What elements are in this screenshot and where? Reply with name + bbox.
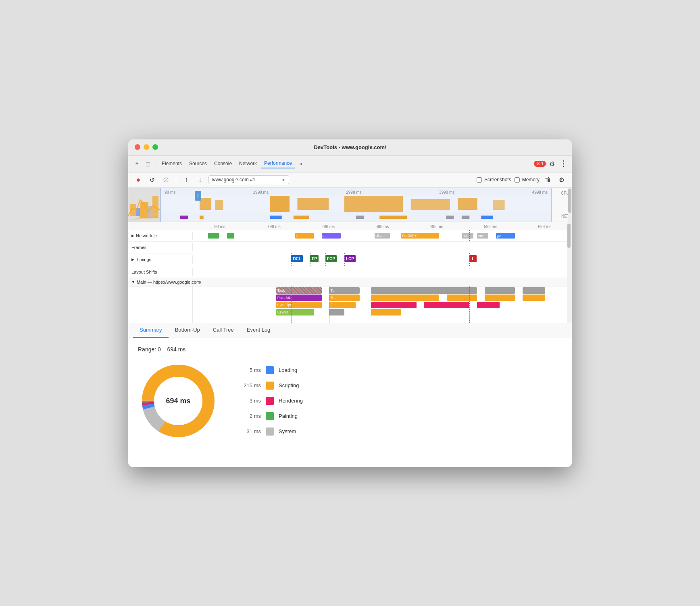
flame-task-2 [371,287,477,294]
flame-render-0 [371,302,417,308]
screenshots-checkbox[interactable] [477,177,482,183]
system-color-swatch [266,428,274,436]
upload-button[interactable]: ↑ [181,174,192,185]
screenshots-label: Screenshots [484,177,511,183]
download-button[interactable]: ↓ [195,174,205,185]
network-expand-icon[interactable]: ▶ [131,234,134,238]
flame-layout-1 [329,309,344,315]
record-button[interactable]: ● [133,174,144,185]
inspect-icon[interactable]: ⬚ [143,158,153,169]
scrollbar-thumb[interactable] [568,189,571,213]
tab-bottom-up[interactable]: Bottom-Up [169,323,206,338]
network-bar-8: ge [496,233,515,239]
delete-recording-button[interactable]: 🗑 [543,174,553,185]
timeline-label-1: 1998 ms [253,190,269,195]
memory-checkbox[interactable] [515,177,520,183]
loading-label: Loading [279,367,297,373]
frames-track-content [193,242,572,253]
network-bar-2: r [295,233,314,239]
pause-marker[interactable]: ‖ [195,191,201,201]
loading-color-swatch [266,366,274,374]
close-button[interactable] [135,144,140,150]
donut-center-label: 694 ms [166,396,190,405]
perf-settings-button[interactable]: ⚙ [556,174,567,185]
network-bar-5: Pe,DhPY... [401,233,439,239]
network-bar-1 [227,233,235,239]
error-count: 1 [541,161,544,166]
error-badge: ✕ 1 [534,161,546,167]
network-label-text: Network |e... [136,233,161,238]
timing-l: L [469,255,477,262]
detail-scrollbar-thumb[interactable] [567,224,571,248]
memory-checkbox-group: Memory [515,177,540,183]
flame-eval-1 [371,295,439,301]
traffic-lights [135,144,158,150]
timeline-scrollbar[interactable] [568,188,572,222]
summary-content: 694 ms 5 ms Loading 215 ms Scripting 3 m… [138,361,562,441]
minimize-button[interactable] [144,144,149,150]
network-track-label[interactable]: ▶ Network |e... [128,232,193,240]
svg-rect-23 [481,216,493,219]
tab-event-log[interactable]: Event Log [240,323,277,338]
frames-track: Frames [128,242,572,253]
timings-track-content: DCL FP FCP LCP L [193,253,572,266]
flame-evalscript-0: Eval...ipt [276,302,322,308]
layout-shifts-content [193,266,572,278]
ruler-tick-1: 198 ms [247,224,301,229]
more-options-icon[interactable]: ⋮ [558,158,569,169]
network-bar-3: d... [322,233,341,239]
tab-performance[interactable]: Performance [261,159,295,168]
tab-network[interactable]: Network [236,159,260,168]
timeline-overview[interactable]: 98 ms 1998 ms 2998 ms 3998 ms 4998 ms [128,188,572,222]
network-bar-7: m= [477,233,488,239]
main-expand-icon[interactable]: ▼ [131,280,135,284]
tab-sources[interactable]: Sources [186,159,210,168]
flame-render-2 [477,302,500,308]
tab-call-tree[interactable]: Call Tree [206,323,240,338]
maximize-button[interactable] [152,144,158,150]
tab-summary[interactable]: Summary [133,323,169,338]
flame-parse-0: Par...ML [276,295,322,301]
painting-label: Painting [279,413,298,419]
url-bar: www.google.com #1 ▼ [208,175,289,184]
svg-rect-8 [215,200,223,210]
rendering-label: Rendering [279,398,303,404]
timing-fcp: FCP [325,255,337,262]
flame-task-1: T... [329,287,359,294]
svg-rect-16 [200,216,204,219]
flame-chart-content: Task T... Par...ML E... Eval...ipt (... [193,286,572,323]
timing-line-0 [291,253,292,266]
tab-console[interactable]: Console [211,159,235,168]
detail-scrollbar[interactable] [567,222,572,323]
reload-record-button[interactable]: ↺ [147,174,157,185]
frames-track-label[interactable]: Frames [128,243,193,251]
layout-shifts-label[interactable]: Layout Shifts [128,268,193,276]
cursor-icon[interactable]: ⌖ [131,158,142,169]
painting-value: 2 ms [243,413,261,419]
flame-blue-line-1 [329,286,329,323]
url-dropdown-icon[interactable]: ▼ [281,178,285,182]
svg-rect-4 [148,206,152,218]
svg-rect-13 [458,198,477,210]
network-track-content: r d... cli... Pe,DhPY... hp m= ge [193,230,572,241]
svg-rect-10 [298,198,329,210]
timings-track-label[interactable]: ▶ Timings [128,255,193,264]
flame-task-4 [523,287,545,294]
layout-shifts-track: Layout Shifts [128,266,572,278]
timings-track: ▶ Timings DCL FP FCP LCP L [128,253,572,266]
toolbar-sep-2 [176,175,176,185]
main-section-text: Main — https://www.google.com/ [137,280,201,284]
settings-icon[interactable]: ⚙ [547,158,557,169]
timings-expand-icon[interactable]: ▶ [131,257,134,261]
scripting-value: 215 ms [243,382,261,388]
svg-rect-20 [379,216,407,219]
ruler-tick-5: 598 ms [463,224,517,229]
main-toolbar: ⌖ ⬚ Elements Sources Console Network Per… [128,156,572,172]
flame-task-0: Task [276,287,322,294]
tab-elements[interactable]: Elements [158,159,185,168]
flame-blue-line-0 [291,286,292,323]
clear-button[interactable]: ⊘ [160,174,171,185]
timing-line-2 [325,253,326,266]
donut-chart: 694 ms [138,361,219,441]
more-tabs-button[interactable]: » [296,159,306,168]
